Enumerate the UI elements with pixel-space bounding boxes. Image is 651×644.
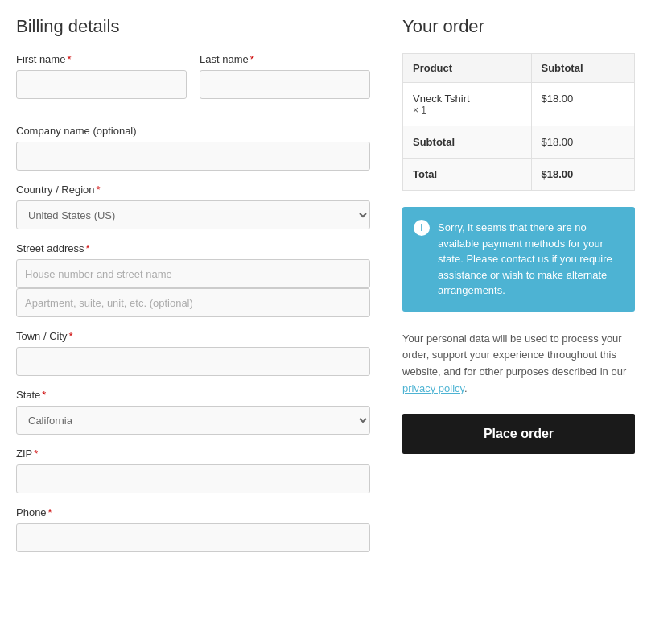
street-label: Street address*: [16, 242, 370, 254]
privacy-text: Your personal data will be used to proce…: [402, 331, 635, 398]
city-label: Town / City*: [16, 330, 370, 342]
col-subtotal: Subtotal: [531, 54, 635, 83]
phone-input[interactable]: [16, 523, 370, 552]
phone-group: Phone*: [16, 506, 370, 552]
company-label: Company name (optional): [16, 125, 370, 137]
payment-alert: i Sorry, it seems that there are no avai…: [402, 207, 635, 312]
first-name-label: First name*: [16, 53, 187, 65]
state-select[interactable]: California: [16, 406, 370, 435]
billing-title: Billing details: [16, 16, 370, 37]
col-product: Product: [403, 54, 532, 83]
alert-message: Sorry, it seems that there are no availa…: [438, 221, 612, 296]
subtotal-value: $18.00: [531, 126, 635, 159]
order-table: Product Subtotal Vneck Tshirt × 1 $18.00…: [402, 53, 635, 191]
last-name-group: Last name*: [200, 53, 370, 99]
apt-group: [16, 288, 370, 317]
first-name-group: First name*: [16, 53, 187, 99]
product-info: Vneck Tshirt × 1: [403, 83, 532, 126]
product-row: Vneck Tshirt × 1 $18.00: [403, 83, 635, 126]
company-group: Company name (optional): [16, 125, 370, 171]
country-select[interactable]: United States (US): [16, 200, 370, 229]
street-input[interactable]: [16, 259, 370, 288]
state-label: State*: [16, 389, 370, 401]
first-name-input[interactable]: [16, 70, 187, 99]
order-title: Your order: [402, 16, 635, 37]
product-qty: × 1: [413, 105, 521, 116]
zip-group: ZIP*: [16, 448, 370, 493]
country-label: Country / Region*: [16, 184, 370, 196]
product-price: $18.00: [531, 83, 635, 126]
total-row: Total $18.00: [403, 159, 635, 191]
place-order-button[interactable]: Place order: [402, 414, 635, 454]
last-name-input[interactable]: [200, 70, 370, 99]
subtotal-label: Subtotal: [403, 126, 532, 159]
zip-input[interactable]: [16, 464, 370, 493]
total-value: $18.00: [531, 159, 635, 191]
order-section: Your order Product Subtotal Vneck Tshirt…: [402, 16, 635, 565]
country-group: Country / Region* United States (US): [16, 184, 370, 229]
total-label: Total: [403, 159, 532, 191]
street-address-group: Street address*: [16, 242, 370, 288]
billing-section: Billing details First name* Last name* C…: [16, 16, 370, 565]
apt-input[interactable]: [16, 288, 370, 317]
product-name: Vneck Tshirt: [413, 93, 521, 105]
company-input[interactable]: [16, 142, 370, 171]
subtotal-row: Subtotal $18.00: [403, 126, 635, 159]
phone-label: Phone*: [16, 506, 370, 518]
alert-icon: i: [414, 220, 430, 236]
state-group: State* California: [16, 389, 370, 435]
city-group: Town / City*: [16, 330, 370, 376]
zip-label: ZIP*: [16, 448, 370, 460]
city-input[interactable]: [16, 347, 370, 376]
last-name-label: Last name*: [200, 53, 370, 65]
privacy-policy-link[interactable]: privacy policy: [402, 382, 464, 394]
